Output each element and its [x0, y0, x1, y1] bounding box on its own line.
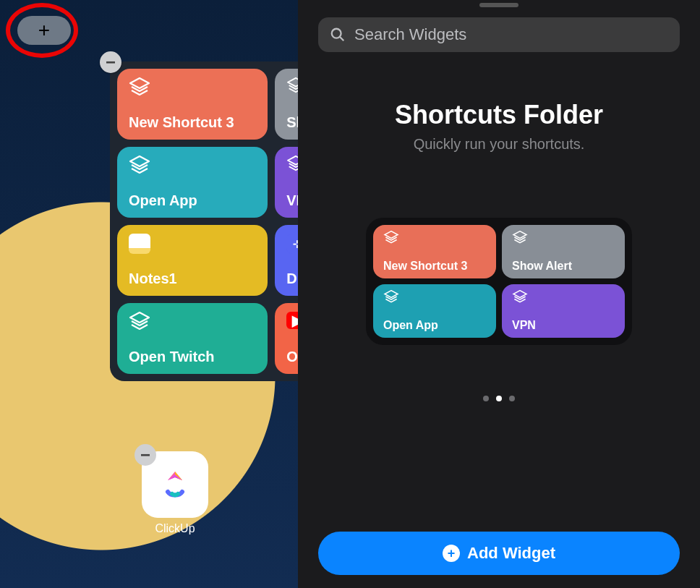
layers-icon [129, 155, 256, 174]
search-input[interactable]: Search Widgets [318, 17, 680, 52]
search-placeholder: Search Widgets [354, 25, 466, 44]
shortcuts-widget[interactable]: New Shortcut 3 Sh Open App [110, 61, 298, 381]
shortcut-tile[interactable]: ▶ Op [275, 303, 298, 374]
discord-icon: ⊹ [286, 234, 298, 254]
layers-icon [286, 77, 298, 93]
svg-point-0 [332, 29, 341, 38]
layers-icon [286, 155, 298, 171]
shortcut-label: Op [286, 349, 298, 365]
widget-gallery-sheet: Search Widgets Shortcuts Folder Quickly … [298, 0, 700, 588]
layers-icon [129, 77, 256, 96]
app-label: ClickUp [142, 522, 208, 535]
layers-icon [512, 231, 615, 244]
app-icon-container: − ClickUp [142, 451, 208, 535]
gallery-title: Shortcuts Folder [318, 100, 680, 130]
remove-widget-button[interactable]: − [100, 51, 121, 73]
layers-icon [129, 312, 256, 331]
preview-label: Open App [383, 319, 486, 332]
add-widget-label: Add Widget [467, 544, 555, 563]
preview-label: New Shortcut 3 [383, 260, 486, 273]
shortcut-label: Open App [129, 192, 256, 209]
plus-icon: + [38, 19, 50, 42]
preview-tile: Open App [373, 284, 496, 338]
svg-line-1 [340, 37, 344, 41]
shortcut-label: Open Twitch [129, 349, 256, 365]
page-indicator[interactable] [318, 396, 680, 401]
shortcut-label: Notes1 [129, 270, 256, 287]
shortcut-label: Sh [286, 114, 298, 131]
notes-icon [129, 234, 256, 254]
shortcut-label: New Shortcut 3 [129, 114, 256, 131]
shortcut-tile[interactable]: ⊹ Di [275, 225, 298, 296]
gallery-subtitle: Quickly run your shortcuts. [318, 136, 680, 153]
add-widget-pill[interactable]: + [17, 16, 71, 45]
layers-icon [512, 290, 615, 303]
remove-app-button[interactable]: − [135, 444, 156, 466]
preview-label: Show Alert [512, 260, 615, 273]
minus-icon: − [106, 52, 116, 72]
add-widget-button[interactable]: + Add Widget [318, 532, 680, 575]
clickup-logo-icon [158, 467, 192, 502]
shortcut-tile[interactable]: New Shortcut 3 [117, 69, 268, 140]
page-dot-active[interactable] [496, 396, 502, 401]
sheet-grabber[interactable] [479, 3, 518, 7]
preview-label: VPN [512, 319, 615, 332]
shortcut-tile[interactable]: VP [275, 147, 298, 218]
preview-tile: Show Alert [502, 225, 625, 278]
preview-tile: New Shortcut 3 [373, 225, 496, 278]
shortcut-tile[interactable]: Open App [117, 147, 268, 218]
minus-icon: − [140, 445, 150, 465]
home-screen-edit-mode: + − New Shortcut 3 Sh [0, 0, 298, 588]
shortcut-tile[interactable]: Notes1 [117, 225, 268, 296]
preview-tile: VPN [502, 284, 625, 338]
page-dot[interactable] [509, 396, 515, 401]
layers-icon [383, 231, 486, 244]
search-icon [330, 27, 346, 43]
youtube-icon: ▶ [286, 312, 298, 329]
shortcut-label: Di [286, 270, 298, 287]
shortcut-tile[interactable]: Open Twitch [117, 303, 268, 374]
shortcut-label: VP [286, 192, 298, 209]
plus-circle-icon: + [443, 545, 460, 562]
page-dot[interactable] [483, 396, 489, 401]
shortcut-tile[interactable]: Sh [275, 69, 298, 140]
app-icon-clickup[interactable]: − [142, 451, 208, 518]
widget-preview[interactable]: New Shortcut 3 Show Alert Open App VP [366, 218, 632, 345]
layers-icon [383, 290, 486, 303]
